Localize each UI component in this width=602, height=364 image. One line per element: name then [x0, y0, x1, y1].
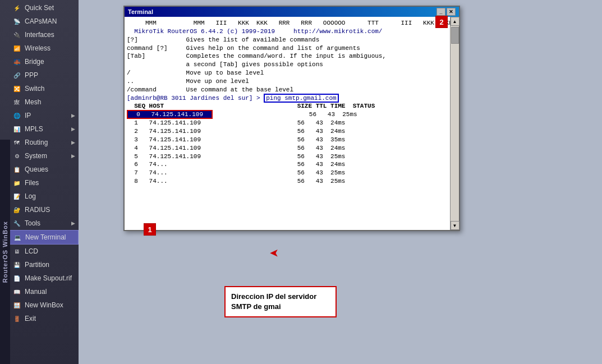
wireless-label: Wireless: [25, 44, 50, 52]
radius-icon: 🔐: [12, 205, 21, 214]
terminal-prompt-line[interactable]: [adminrb@RB 3011 Jardines del sur] > pin…: [127, 94, 448, 103]
partition-label: Partition: [25, 261, 49, 269]
sidebar-item-exit[interactable]: 🚪Exit: [0, 312, 79, 325]
sidebar-item-manual[interactable]: 📖Manual: [0, 285, 79, 298]
terminal-content[interactable]: MMM MMM III KKK KKK RRR RRR OOOOOO TTT I…: [125, 17, 450, 230]
ping-table-row: 3 74.125.141.109 56 43 35ms: [127, 136, 448, 144]
sidebar-menu: ⚡Quick Set📡CAPsMAN🔌Interfaces📶Wireless🌉B…: [0, 0, 79, 364]
terminal-line: /command Use command at the base level: [127, 86, 448, 94]
sidebar-item-wireless[interactable]: 📶Wireless: [0, 42, 79, 55]
lcd-icon: 🖥: [12, 247, 21, 256]
mesh-label: Mesh: [25, 98, 41, 106]
arrow-annotation: ➤: [269, 247, 279, 260]
sidebar-item-mesh[interactable]: 🕸Mesh: [0, 95, 79, 109]
badge2-text: 2: [439, 18, 443, 26]
minimize-button[interactable]: _: [436, 8, 445, 16]
sidebar-item-files[interactable]: 📁Files: [0, 176, 79, 190]
mpls-label: MPLS: [25, 125, 43, 133]
make-supout-label: Make Supout.rif: [25, 274, 72, 282]
capsman-label: CAPsMAN: [25, 17, 57, 25]
wireless-icon: 📶: [12, 44, 21, 53]
terminal-titlebar-buttons: _ ✕: [436, 8, 456, 16]
terminal-line: MikroTik RouterOS 6.44.2 (c) 1999-2019 h…: [127, 27, 448, 36]
exit-icon: 🚪: [12, 314, 21, 323]
log-label: Log: [25, 192, 36, 200]
bridge-icon: 🌉: [12, 57, 21, 66]
radius-label: RADIUS: [25, 206, 50, 214]
sidebar-item-bridge[interactable]: 🌉Bridge: [0, 55, 79, 68]
sidebar-item-lcd[interactable]: 🖥LCD: [0, 245, 79, 258]
queues-label: Queues: [25, 165, 48, 173]
new-winbox-label: New WinBox: [25, 301, 63, 309]
annotation-badge-2: 2: [435, 16, 448, 28]
sidebar-item-radius[interactable]: 🔐RADIUS: [0, 203, 79, 216]
scroll-thumb[interactable]: [451, 27, 459, 44]
sidebar-item-log[interactable]: 📝Log: [0, 190, 79, 203]
terminal-body: MMM MMM III KKK KKK RRR RRR OOOOOO TTT I…: [125, 17, 459, 230]
queues-icon: 📋: [12, 165, 21, 174]
sidebar-item-tools[interactable]: 🔧Tools▶: [0, 216, 79, 230]
quick-set-label: Quick Set: [25, 4, 54, 12]
mpls-arrow: ▶: [71, 126, 75, 132]
sidebar-item-quick-set[interactable]: ⚡Quick Set: [0, 1, 79, 15]
ping-table-row: 7 74... 56 43 25ms: [127, 169, 448, 177]
sidebar-item-switch[interactable]: 🔀Switch: [0, 82, 79, 95]
files-icon: 📁: [12, 178, 21, 187]
terminal-scrollbar[interactable]: ▲ ▼: [450, 17, 459, 230]
ping-table-row: 6 74... 56 43 24ms: [127, 160, 448, 169]
terminal-prompt: [adminrb@RB 3011 Jardines del sur] >: [127, 95, 264, 102]
ip-icon: 🌐: [12, 111, 21, 120]
scroll-up-arrow[interactable]: ▲: [451, 17, 459, 26]
ping-table-header: SEQ HOST SIZE TTL TIME STATUS: [127, 102, 448, 110]
lcd-label: LCD: [25, 247, 38, 255]
switch-label: Switch: [25, 85, 44, 93]
ppp-icon: 🔗: [12, 71, 21, 80]
ip-arrow: ▶: [71, 113, 75, 118]
badge1-text: 1: [148, 225, 151, 234]
routing-label: Routing: [25, 139, 48, 146]
ping-table-row: 4 74.125.141.109 56 43 24ms: [127, 144, 448, 153]
ip-label: IP: [25, 112, 31, 119]
sidebar-item-queues[interactable]: 📋Queues: [0, 163, 79, 176]
sidebar-item-routing[interactable]: 🗺Routing▶: [0, 136, 79, 149]
sidebar-item-ip[interactable]: 🌐IP▶: [0, 109, 79, 122]
terminal-window: Terminal _ ✕ MMM MMM III KKK KKK RRR RRR…: [123, 6, 460, 231]
sidebar-item-mpls[interactable]: 📊MPLS▶: [0, 122, 79, 136]
switch-icon: 🔀: [12, 84, 21, 93]
routing-arrow: ▶: [71, 140, 75, 145]
ping-table-row: 2 74.125.141.109 56 43 24ms: [127, 127, 448, 136]
sidebar-item-interfaces[interactable]: 🔌Interfaces: [0, 28, 79, 42]
sidebar-item-make-supout[interactable]: 📄Make Supout.rif: [0, 271, 79, 285]
terminal-line: [Tab] Completes the command/word. If the…: [127, 52, 448, 61]
capsman-icon: 📡: [12, 17, 21, 26]
ping-selected-row: 0 74.125.141.109: [127, 110, 213, 119]
make-supout-icon: 📄: [12, 274, 21, 283]
sidebar-item-partition[interactable]: 💾Partition: [0, 258, 79, 271]
ping-table-row: 0 74.125.141.109 56 43 25ms: [127, 110, 448, 119]
interfaces-label: Interfaces: [25, 31, 54, 39]
scroll-down-arrow[interactable]: ▼: [451, 221, 459, 230]
system-icon: ⚙: [12, 151, 21, 160]
sidebar-item-new-terminal[interactable]: 💻New Terminal: [0, 230, 79, 245]
sidebar-item-new-winbox[interactable]: 🪟New WinBox: [0, 298, 79, 312]
ping-table-row: 5 74.125.141.109 56 43 25ms: [127, 153, 448, 161]
terminal-line: command [?] Gives help on the command an…: [127, 44, 448, 53]
terminal-line: [?] Gives the list of available commands: [127, 36, 448, 44]
terminal-line: MMM MMM III KKK KKK RRR RRR OOOOOO TTT I…: [127, 19, 448, 27]
sidebar-item-ppp[interactable]: 🔗PPP: [0, 68, 79, 82]
sidebar: ⚡Quick Set📡CAPsMAN🔌Interfaces📶Wireless🌉B…: [0, 0, 79, 364]
callout-text: Direccion IP del servidor SMTP de gmai: [231, 292, 316, 311]
tools-icon: 🔧: [12, 219, 21, 228]
terminal-line: .. Move up one level: [127, 77, 448, 86]
system-arrow: ▶: [71, 153, 75, 159]
terminal-command[interactable]: ping smtp.gmail.com: [264, 94, 338, 103]
sidebar-item-system[interactable]: ⚙System▶: [0, 149, 79, 163]
new-winbox-icon: 🪟: [12, 301, 21, 310]
scroll-track[interactable]: [451, 26, 459, 221]
sidebar-item-capsman[interactable]: 📡CAPsMAN: [0, 15, 79, 28]
manual-icon: 📖: [12, 287, 21, 296]
close-button[interactable]: ✕: [447, 8, 456, 16]
terminal-title: Terminal: [128, 8, 153, 15]
new-terminal-label: New Terminal: [25, 233, 66, 241]
files-label: Files: [25, 179, 39, 187]
